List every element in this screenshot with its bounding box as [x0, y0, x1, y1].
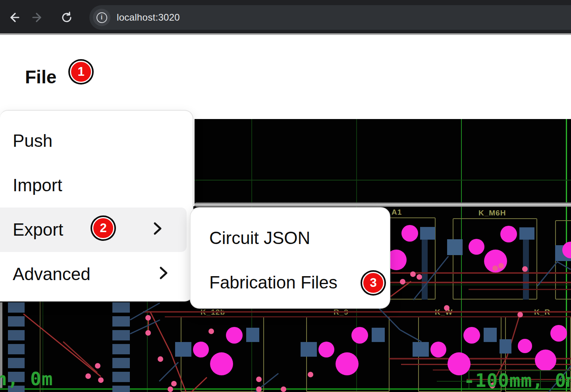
- chevron-right-icon: [158, 264, 170, 284]
- ic-pad: [8, 358, 25, 368]
- hole-pad: [226, 327, 243, 344]
- trace: [469, 289, 571, 290]
- annotation-badge-1: 1: [70, 61, 92, 83]
- pcb-via: [145, 315, 151, 321]
- ic-pad: [112, 358, 130, 368]
- pcb-via: [308, 372, 313, 377]
- pcb-via: [410, 271, 416, 277]
- badge-number: 3: [370, 276, 376, 290]
- hole-pad: [469, 239, 484, 255]
- url-text: localhost:3020: [117, 12, 180, 23]
- reload-button[interactable]: [58, 9, 75, 26]
- menu-item-label: Advanced: [13, 264, 91, 284]
- menu-item-advanced[interactable]: Advanced: [0, 252, 193, 296]
- hole-pad: [401, 225, 418, 242]
- pcb-via: [517, 312, 523, 317]
- smd-pad: [447, 239, 463, 255]
- ic-pad: [8, 316, 25, 327]
- hole-pad: [336, 352, 359, 375]
- trace: [165, 316, 571, 317]
- smd-pad: [301, 342, 317, 357]
- hole-pad: [318, 342, 334, 357]
- ic-pad: [112, 344, 130, 354]
- trace: [23, 313, 101, 377]
- site-info-button[interactable]: i: [93, 9, 110, 26]
- submenu-item-fabrication-files[interactable]: Fabrication Files: [191, 260, 390, 305]
- menu-item-import[interactable]: Import: [0, 163, 193, 208]
- submenu-item-label: Circuit JSON: [209, 228, 310, 248]
- pcb-via: [492, 265, 498, 271]
- pcb-via: [281, 386, 286, 392]
- ic-pad: [112, 372, 130, 382]
- annotation-badge-2: 2: [92, 217, 114, 239]
- reload-icon: [60, 11, 73, 24]
- ic-pad: [112, 386, 130, 392]
- trace: [159, 362, 179, 382]
- trace: [150, 312, 172, 354]
- ic-pad: [8, 344, 25, 354]
- hole-pad: [500, 226, 517, 242]
- trace: [391, 272, 571, 274]
- smd-pad: [413, 342, 429, 357]
- info-icon: i: [96, 12, 107, 23]
- pcb-via: [98, 377, 104, 383]
- trace: [390, 282, 571, 283]
- pcb-via: [158, 356, 163, 362]
- coordinate-readout: -100mm, 0m: [464, 370, 571, 391]
- pcb-via: [171, 381, 177, 386]
- pcb-via: [256, 377, 262, 382]
- file-menu-button[interactable]: File: [25, 66, 56, 88]
- forward-button[interactable]: [29, 9, 47, 26]
- footprint-label: A1: [392, 208, 402, 217]
- url-bar[interactable]: i localhost:3020: [89, 5, 571, 30]
- coordinate-readout: n, 0m: [0, 368, 53, 390]
- forward-arrow-icon: [31, 11, 45, 24]
- hole-pad: [193, 342, 209, 357]
- hole-pad: [210, 352, 233, 375]
- submenu-item-label: Fabrication Files: [209, 273, 338, 292]
- pcb-via: [208, 329, 214, 334]
- smd-pad: [484, 328, 497, 342]
- trace: [422, 240, 428, 300]
- smd-pad: [175, 342, 191, 357]
- pcb-via: [444, 305, 449, 311]
- pcb-via: [417, 274, 422, 280]
- chevron-right-icon: [152, 220, 164, 240]
- hole-pad: [550, 325, 567, 342]
- ic-pad: [112, 330, 130, 340]
- trace: [63, 341, 98, 373]
- submenu-item-circuit-json[interactable]: Circuit JSON: [191, 216, 390, 260]
- pcb-via: [145, 330, 151, 336]
- ic-pad: [112, 302, 130, 313]
- menu-item-label: Push: [13, 131, 52, 151]
- pcb-via: [498, 263, 504, 269]
- smd-pad: [246, 328, 259, 342]
- pcb-via: [522, 266, 528, 272]
- smd-pad: [500, 339, 511, 354]
- annotation-badge-3: 3: [362, 272, 384, 294]
- trace: [143, 311, 571, 313]
- ic-pad: [8, 302, 25, 313]
- back-button[interactable]: [5, 9, 22, 26]
- badge-number: 2: [100, 221, 106, 235]
- menu-item-label: Export: [13, 220, 63, 240]
- browser-toolbar: i localhost:3020: [0, 0, 571, 35]
- footprint-label: K_M6H: [478, 209, 506, 217]
- ic-pad: [112, 316, 130, 327]
- ic-pad: [8, 330, 25, 340]
- pcb-via: [95, 363, 100, 369]
- export-submenu: Circuit JSON Fabrication Files: [190, 207, 390, 309]
- hole-pad: [351, 327, 368, 344]
- hole-pad: [430, 342, 446, 357]
- hole-pad: [535, 350, 556, 371]
- smd-pad: [420, 227, 435, 240]
- smd-pad: [519, 227, 534, 240]
- canvas-separator: [195, 202, 571, 207]
- menu-item-push[interactable]: Push: [0, 119, 193, 163]
- hole-pad: [463, 327, 480, 344]
- pcb-via: [85, 373, 91, 379]
- pcb-via: [256, 386, 262, 392]
- hole-pad: [518, 339, 532, 353]
- pcb-via: [400, 279, 405, 284]
- file-menu: Push Import Export Advanced: [0, 110, 193, 302]
